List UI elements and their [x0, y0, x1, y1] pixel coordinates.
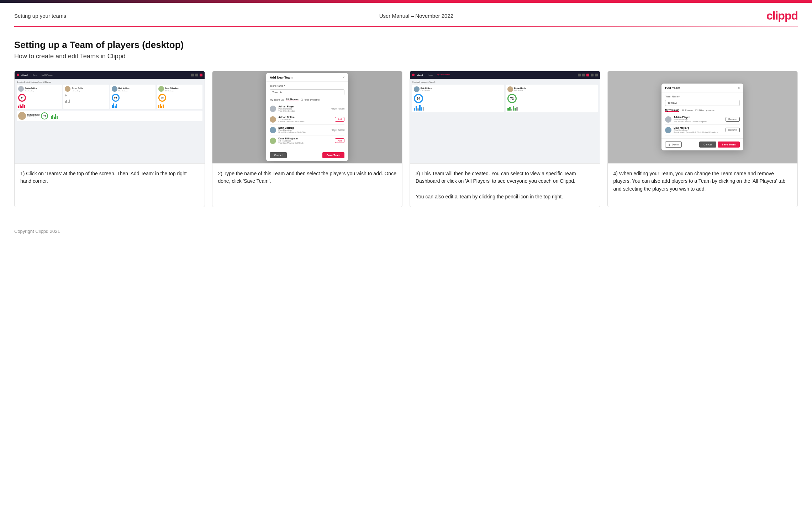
modal-player-loc-4: The Dog Maying Golf Club	[278, 142, 332, 144]
modal-edit-name-1: Adrian Player	[674, 116, 723, 118]
team-name-input[interactable]	[270, 89, 344, 95]
header-section-label: Setting up your teams	[14, 13, 66, 19]
modal-edit-close-icon[interactable]: ×	[738, 86, 740, 90]
ss1-logo-text: clippd	[21, 74, 28, 76]
ss1-icon-3	[200, 74, 202, 76]
card-1-screenshot: clippd Home My Rd Teams Showing 6 out of…	[15, 71, 205, 164]
modal-edit-avatar-1	[665, 116, 671, 123]
ss1-name-2: Adrian Coliba	[72, 87, 83, 89]
ss1-score-zero: 0	[65, 94, 107, 97]
modal-filter: ☐ Filter by name	[301, 98, 320, 101]
modal-edit-title: Edit Team	[665, 86, 680, 90]
ss1-filter: Showing 6 out of 6 players from: All Pla…	[17, 81, 202, 83]
ss3-bar	[513, 106, 514, 111]
ss3-avatar-2	[507, 86, 513, 92]
card-3-screenshot: clippd Home My Performance Showing 2 pla…	[410, 71, 600, 164]
ss1-content: Showing 6 out of 6 players from: All Pla…	[15, 79, 205, 163]
modal-edit-tab-myteam[interactable]: My Team (2)	[665, 109, 679, 112]
ss1-bar	[65, 101, 66, 103]
ss1-player-card-3: Blair McHarg Plus Handicap 94	[110, 85, 155, 109]
modal-avatar-1	[270, 106, 276, 112]
ss1-bar	[116, 104, 117, 108]
header-document-title: User Manual – November 2022	[379, 13, 453, 19]
modal-edit-loc-2: Royal North Devon Golf Club, United King…	[674, 131, 723, 133]
ss1-score-72: 72	[41, 112, 48, 119]
ss1-bar	[24, 105, 25, 108]
edit-cancel-button[interactable]: Cancel	[699, 142, 716, 148]
modal-add-btn-4[interactable]: Add	[335, 138, 345, 143]
ss1-sub-1: Plus Handicap	[25, 90, 37, 92]
modal-edit-info-1: Adrian Player Plus Handicap The Shire Lo…	[674, 116, 723, 123]
filter-checkbox[interactable]: ☐	[301, 98, 303, 101]
ss3-icon-1	[578, 74, 581, 76]
ss1-score-3: 94	[112, 94, 120, 102]
modal-tab-allplayers[interactable]: All Players	[286, 98, 299, 101]
card-3-text: 3) This Team will then be created. You c…	[410, 164, 600, 207]
modal-player-info-3: Blair McHarg Plus Handicap Royal North D…	[278, 127, 328, 133]
modal-add-btn-2[interactable]: Add	[335, 117, 345, 122]
ss3-topbar: clippd Home My Performance	[410, 71, 600, 79]
edit-save-team-button[interactable]: Save Team	[718, 142, 740, 148]
edit-team-name-input[interactable]	[665, 100, 740, 106]
modal-player-name-3: Blair McHarg	[278, 127, 328, 129]
modal-player-list: Adrian Player Plus Handicap The Shire Lo…	[270, 103, 344, 146]
ss3-bar	[414, 108, 415, 111]
modal-player-info-1: Adrian Player Plus Handicap The Shire Lo…	[278, 105, 328, 112]
ss1-bottom-avatar	[18, 112, 26, 120]
card-2: Add New Team × Team Name * My Team (2) A…	[212, 71, 403, 208]
edit-filter-checkbox[interactable]: ☐	[695, 109, 697, 112]
ss3-player-card-2: Richard Butler Golf Handicap 72	[506, 85, 598, 112]
modal-body: Team Name * My Team (2) All Players ☐ Fi…	[266, 82, 348, 149]
ss1-name-3: Blair McHarg	[118, 87, 130, 89]
clippd-logo: clippd	[766, 9, 798, 22]
modal-edit-name-2: Blair McHarg	[674, 127, 723, 129]
remove-player-2-button[interactable]: Remove	[726, 128, 740, 132]
modal-player-row-1: Adrian Player Plus Handicap The Shire Lo…	[270, 103, 344, 114]
ss1-player-card-4: Dave Billingham 3.5 Handicap 78	[157, 85, 202, 109]
delete-team-button[interactable]: 🗑 Delete	[665, 142, 682, 148]
ss3-bar	[515, 108, 516, 111]
page-subtitle: How to create and edit Teams in Clippd	[14, 53, 798, 60]
save-team-button[interactable]: Save Team	[322, 152, 345, 158]
ss3-nav-home: Home	[428, 74, 433, 76]
page-title: Setting up a Team of players (desktop)	[14, 39, 798, 50]
ss3-icon-3	[586, 74, 589, 76]
ss1-bar	[66, 100, 67, 103]
ss1-player-card-1: Adrian Collins Plus Handicap 84	[17, 85, 62, 109]
modal-edit-body: Team Name * My Team (2) All Players ☐ Fi…	[661, 92, 743, 138]
ss1-avatar-1	[18, 86, 24, 92]
ss3-filter: Showing 2 players — Team A	[412, 81, 598, 83]
modal-edit-footer: 🗑 Delete Cancel Save Team	[661, 138, 743, 150]
modal-edit-tabs: My Team (2) All Players ☐ Filter by name	[665, 109, 740, 112]
modal-close-icon[interactable]: ×	[342, 76, 344, 79]
ss3-score-1: 94	[414, 94, 423, 103]
edit-team-modal: Edit Team × Team Name * My Team (2) All …	[661, 84, 743, 150]
ss1-logo-dot	[17, 74, 19, 76]
card-2-screenshot: Add New Team × Team Name * My Team (2) A…	[212, 71, 402, 164]
ss3-icon-2	[582, 74, 585, 76]
card-4-screenshot: Edit Team × Team Name * My Team (2) All …	[608, 71, 798, 164]
logo-area: clippd	[766, 9, 798, 22]
ss1-nav-home: Home	[33, 74, 37, 76]
modal-tab-myteam[interactable]: My Team (2)	[270, 98, 284, 101]
ss3-bars-2	[507, 104, 596, 111]
ss1-player-bottom: Richard Butler Golf Handicap 72	[17, 111, 202, 121]
ss1-score-4: 78	[158, 94, 166, 102]
ss1-sub-4: 3.5 Handicap	[165, 90, 179, 92]
add-new-team-modal: Add New Team × Team Name * My Team (2) A…	[266, 73, 348, 161]
modal-edit-tab-allplayers[interactable]: All Players	[681, 109, 693, 112]
modal-header: Add New Team ×	[266, 73, 348, 82]
modal-avatar-3	[270, 127, 276, 133]
ss3-bar	[417, 108, 419, 111]
ss1-bar	[54, 117, 55, 119]
trash-icon: 🗑	[668, 143, 671, 146]
filter-label: Filter by name	[304, 98, 320, 101]
remove-player-1-button[interactable]: Remove	[726, 117, 740, 122]
ss3-cards-row: Blair McHarg Plus Handicap 94	[412, 85, 598, 112]
modal-player-status-3: Player Added	[331, 129, 345, 131]
modal-player-info-2: Adrian Coliba 1.5 Handicap Central Londo…	[278, 116, 332, 123]
ss1-bar	[113, 103, 114, 108]
cancel-button[interactable]: Cancel	[270, 152, 286, 158]
ss3-score-2: 72	[507, 94, 517, 103]
ss1-bar	[20, 105, 21, 108]
